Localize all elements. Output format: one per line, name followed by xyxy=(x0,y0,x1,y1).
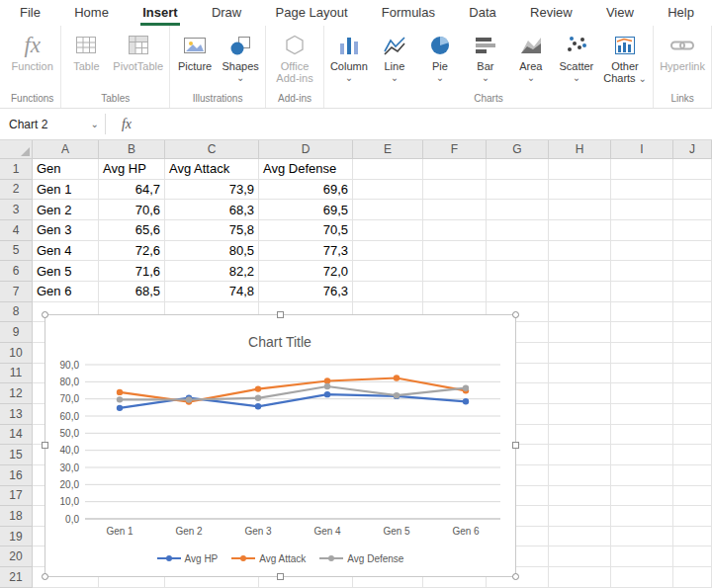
chart-resize-handle-top-left[interactable] xyxy=(42,311,48,318)
cell-C7[interactable]: 74,8 xyxy=(165,282,259,302)
cell-F2[interactable] xyxy=(423,180,487,201)
insert-function-button[interactable]: fx xyxy=(106,109,147,139)
row-header-2[interactable]: 2 xyxy=(0,180,33,201)
cell-B2[interactable]: 64,7 xyxy=(99,180,165,201)
series-marker-avg-defense[interactable] xyxy=(186,396,192,402)
tab-data[interactable]: Data xyxy=(467,0,497,26)
chart-resize-handle-top-right[interactable] xyxy=(512,311,519,318)
cell-C2[interactable]: 73,9 xyxy=(165,180,259,201)
cell-G3[interactable] xyxy=(487,200,549,220)
series-marker-avg-attack[interactable] xyxy=(394,375,400,380)
cell-H8[interactable] xyxy=(549,302,611,323)
cell-A7[interactable]: Gen 6 xyxy=(33,282,99,302)
cell-I11[interactable] xyxy=(611,364,673,384)
cell-J12[interactable] xyxy=(673,383,712,404)
cell-F6[interactable] xyxy=(423,261,487,282)
cell-B5[interactable]: 72,6 xyxy=(99,241,165,262)
series-line-avg-hp[interactable] xyxy=(120,394,466,408)
cell-H2[interactable] xyxy=(549,180,611,201)
cell-H21[interactable] xyxy=(549,567,611,588)
cell-J14[interactable] xyxy=(673,425,712,446)
name-box-chevron-icon[interactable]: ⌄ xyxy=(91,119,99,129)
cell-I2[interactable] xyxy=(611,180,673,201)
ribbon-button-shapes[interactable]: Shapes⌄ xyxy=(219,30,262,82)
cell-H17[interactable] xyxy=(549,486,611,507)
legend-item-avg-defense[interactable]: Avg Defense xyxy=(319,553,403,564)
series-marker-avg-defense[interactable] xyxy=(324,383,330,389)
cell-H9[interactable] xyxy=(549,322,611,343)
cell-J2[interactable] xyxy=(673,180,712,201)
cell-F3[interactable] xyxy=(423,200,487,220)
column-header-F[interactable]: F xyxy=(423,140,487,159)
cell-B1[interactable]: Avg HP xyxy=(99,159,165,180)
cell-B3[interactable]: 70,6 xyxy=(99,200,165,220)
cell-H3[interactable] xyxy=(549,200,611,220)
cell-A3[interactable]: Gen 2 xyxy=(33,200,99,220)
row-header-11[interactable]: 11 xyxy=(0,364,33,384)
cell-J7[interactable] xyxy=(673,282,712,302)
cell-G2[interactable] xyxy=(487,180,549,201)
cell-I5[interactable] xyxy=(611,241,673,262)
cell-E2[interactable] xyxy=(353,180,423,201)
tab-insert[interactable]: Insert xyxy=(140,0,179,26)
tab-draw[interactable]: Draw xyxy=(210,0,243,26)
cell-E1[interactable] xyxy=(353,159,423,180)
ribbon-button-bar[interactable]: Bar⌄ xyxy=(464,30,507,82)
tab-file[interactable]: File xyxy=(18,0,43,26)
cell-J20[interactable] xyxy=(673,546,712,567)
cell-H15[interactable] xyxy=(549,445,611,465)
cell-J3[interactable] xyxy=(673,200,712,220)
column-header-I[interactable]: I xyxy=(611,140,673,159)
cell-H18[interactable] xyxy=(549,506,611,527)
cell-C6[interactable]: 82,2 xyxy=(165,261,259,282)
chart-resize-handle-top[interactable] xyxy=(277,311,284,318)
cell-F4[interactable] xyxy=(423,220,487,241)
cell-H20[interactable] xyxy=(549,546,611,567)
tab-help[interactable]: Help xyxy=(666,0,696,26)
row-header-4[interactable]: 4 xyxy=(0,220,33,241)
row-header-7[interactable]: 7 xyxy=(0,282,33,302)
cell-J9[interactable] xyxy=(673,322,712,343)
cell-I4[interactable] xyxy=(611,220,673,241)
cell-J10[interactable] xyxy=(673,343,712,364)
row-header-12[interactable]: 12 xyxy=(0,383,33,404)
cell-H7[interactable] xyxy=(549,282,611,302)
cell-A6[interactable]: Gen 5 xyxy=(33,261,99,282)
series-marker-avg-defense[interactable] xyxy=(255,395,261,401)
cell-J1[interactable] xyxy=(673,159,712,180)
cell-J5[interactable] xyxy=(673,241,712,262)
legend-item-avg-attack[interactable]: Avg Attack xyxy=(231,553,306,564)
series-marker-avg-attack[interactable] xyxy=(117,389,123,395)
cell-B4[interactable]: 65,6 xyxy=(99,220,165,241)
cell-G1[interactable] xyxy=(487,159,549,180)
ribbon-button-pie[interactable]: Pie⌄ xyxy=(418,30,462,82)
row-header-5[interactable]: 5 xyxy=(0,241,33,262)
cell-G6[interactable] xyxy=(487,261,549,282)
cell-H16[interactable] xyxy=(549,465,611,486)
cell-J15[interactable] xyxy=(673,445,712,465)
cell-G4[interactable] xyxy=(487,220,549,241)
ribbon-button-other-charts[interactable]: Other Charts ⌄ xyxy=(600,30,650,85)
series-marker-avg-hp[interactable] xyxy=(463,398,469,404)
series-marker-avg-attack[interactable] xyxy=(324,378,330,383)
row-header-17[interactable]: 17 xyxy=(0,486,33,507)
cell-J8[interactable] xyxy=(673,302,712,323)
cell-I3[interactable] xyxy=(611,200,673,220)
column-header-B[interactable]: B xyxy=(99,140,165,159)
series-marker-avg-defense[interactable] xyxy=(117,396,123,402)
row-header-3[interactable]: 3 xyxy=(0,200,33,220)
cell-J6[interactable] xyxy=(673,261,712,282)
cell-B7[interactable]: 68,5 xyxy=(99,282,165,302)
name-box[interactable]: Chart 2 ⌄ xyxy=(0,109,105,139)
row-header-13[interactable]: 13 xyxy=(0,404,33,425)
cell-C5[interactable]: 80,5 xyxy=(165,241,259,262)
cell-H4[interactable] xyxy=(549,220,611,241)
cell-I7[interactable] xyxy=(611,282,673,302)
legend-item-avg-hp[interactable]: Avg HP xyxy=(157,553,219,564)
row-header-9[interactable]: 9 xyxy=(0,322,33,343)
cell-D5[interactable]: 77,3 xyxy=(259,241,353,262)
cell-I15[interactable] xyxy=(611,445,673,465)
cell-H14[interactable] xyxy=(549,425,611,446)
cell-I12[interactable] xyxy=(611,383,673,404)
cell-I19[interactable] xyxy=(611,527,673,547)
